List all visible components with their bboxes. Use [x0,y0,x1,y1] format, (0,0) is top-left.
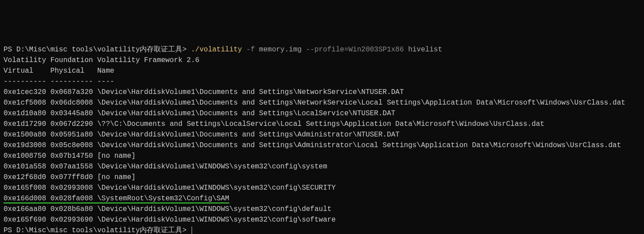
row-virt: 0xe165f008 [4,184,46,192]
row-virt: 0xe19d3008 [4,141,46,149]
divider-line: ---------- ---------- ---- [4,78,114,86]
row-name: \Device\HarddiskVolume1\Documents and Se… [97,131,400,139]
ps-prompt2-path: D:\Misc\misc tools\volatility内存取证工具 [16,226,182,234]
ps-prompt-path: D:\Misc\misc tools\volatility内存取证工具 [16,46,182,54]
header-virtual: Virtual [4,67,46,75]
row-phys: 0x05951a80 [51,131,93,139]
row-name: \Device\HarddiskVolume1\WINDOWS\system32… [97,163,327,171]
header-name: Name [93,67,114,75]
terminal-output[interactable]: PS D:\Misc\misc tools\volatility内存取证工具> … [4,44,640,234]
row-virt: 0xe165f690 [4,216,46,224]
cursor-icon[interactable] [192,226,192,234]
row-virt: 0xe1500a80 [4,131,46,139]
row-name: \Device\HarddiskVolume1\WINDOWS\system32… [97,184,336,192]
row-virt: 0xe1d10a80 [4,109,46,117]
row-virt: 0xe101a558 [4,163,46,171]
highlighted-row: 0xe166d008 0x028fa008 \SystemRoot\System… [4,195,229,203]
row-name: \??\C:\Documents and Settings\LocalServi… [97,120,544,128]
row-name: \SystemRoot\System32\Config\SAM [97,195,229,203]
row-name: \Device\HarddiskVolume1\WINDOWS\system32… [97,216,336,224]
row-name: [no name] [97,173,135,181]
row-virt: 0xe166d008 [4,195,46,203]
row-name: \Device\HarddiskVolume1\Documents and Se… [97,141,621,149]
row-phys: 0x028fa008 [51,195,93,203]
row-phys: 0x07aa1558 [51,163,93,171]
banner-line: Volatility Foundation Volatility Framewo… [4,56,200,64]
row-phys: 0x05c8e008 [51,141,93,149]
row-virt: 0xe166aa80 [4,205,46,213]
command-executable: ./volatility [191,46,242,54]
row-name: \Device\HarddiskVolume1\WINDOWS\system32… [97,205,331,213]
row-phys: 0x02993690 [51,216,93,224]
row-name: \Device\HarddiskVolume1\Documents and Se… [97,99,625,107]
row-phys: 0x028b6a80 [51,205,93,213]
row-phys: 0x02993008 [51,184,93,192]
command-arg-cmd: hivelist [404,46,442,54]
row-phys: 0x0687a320 [51,88,93,96]
row-name: [no name] [97,152,135,160]
ps-prompt-prefix: PS [4,46,16,54]
row-virt: 0xe12f68d0 [4,173,46,181]
row-name: \Device\HarddiskVolume1\Documents and Se… [97,88,404,96]
ps-prompt2-prefix: PS [4,226,16,234]
command-flag-profile: --profile=Win2003SP1x86 [302,46,404,54]
ps-prompt2-sep: > [182,226,191,234]
row-virt: 0xe1008750 [4,152,46,160]
command-arg-file: memory.img [255,46,302,54]
row-name: \Device\HarddiskVolume1\Documents and Se… [97,109,395,117]
row-phys: 0x077ff8d0 [51,173,93,181]
ps-prompt-sep: > [182,46,191,54]
header-physical: Physical [46,67,93,75]
row-phys: 0x07b14750 [51,152,93,160]
command-flag-f: -f [242,46,255,54]
row-virt: 0xe1cf5008 [4,99,46,107]
row-virt: 0xe1d17290 [4,120,46,128]
row-phys: 0x03445a80 [51,109,93,117]
row-phys: 0x067d2290 [51,120,93,128]
row-phys: 0x06dc8008 [51,99,93,107]
row-virt: 0xe1cec320 [4,88,46,96]
